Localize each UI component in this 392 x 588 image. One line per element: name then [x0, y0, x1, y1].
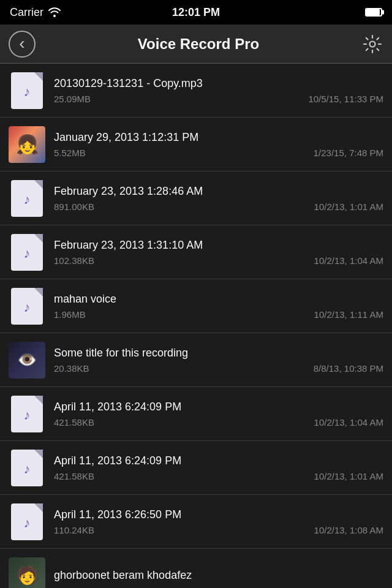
- item-date: 10/5/15, 11:33 PM: [308, 94, 383, 104]
- file-icon: ♪: [11, 450, 43, 486]
- item-size: 5.52MB: [54, 148, 86, 158]
- item-icon-wrapper: ♪: [9, 72, 45, 109]
- recordings-list: ♪ 20130129-131231 - Copy.mp3 25.09MB 10/…: [0, 64, 392, 588]
- item-title: February 23, 2013 1:28:46 AM: [54, 184, 383, 198]
- item-size: 102.38KB: [54, 255, 94, 266]
- music-note-icon: ♪: [24, 461, 31, 477]
- file-icon: ♪: [11, 72, 43, 109]
- item-icon-wrapper: ♪: [9, 450, 45, 486]
- item-date: 10/2/13, 1:01 AM: [314, 202, 383, 212]
- list-item[interactable]: ♪ February 23, 2013 1:28:46 AM 891.00KB …: [0, 172, 392, 225]
- item-date: 1/23/15, 7:48 PM: [314, 148, 383, 158]
- item-title: mahan voice: [54, 292, 383, 306]
- file-icon: ♪: [11, 234, 43, 271]
- item-title: January 29, 2013 1:12:31 PM: [54, 130, 383, 145]
- list-item[interactable]: ghorboonet beram khodafez: [0, 549, 392, 588]
- music-note-icon: ♪: [24, 515, 31, 531]
- item-icon-wrapper: ♪: [9, 396, 45, 432]
- item-meta: 20.38KB 8/8/13, 10:38 PM: [54, 363, 383, 374]
- file-icon: ♪: [11, 288, 43, 325]
- item-size: 891.00KB: [54, 202, 94, 212]
- item-size: 25.09MB: [54, 94, 91, 104]
- list-item[interactable]: ♪ February 23, 2013 1:31:10 AM 102.38KB …: [0, 225, 392, 279]
- item-icon-wrapper: ♪: [9, 288, 45, 325]
- item-size: 110.24KB: [54, 525, 94, 535]
- music-note-icon: ♪: [24, 300, 31, 315]
- status-bar: Carrier 12:01 PM: [0, 0, 392, 24]
- music-note-icon: ♪: [24, 407, 31, 423]
- item-date: 10/2/13, 1:08 AM: [314, 525, 383, 535]
- item-meta: 891.00KB 10/2/13, 1:01 AM: [54, 202, 383, 212]
- item-meta: 110.24KB 10/2/13, 1:08 AM: [54, 525, 383, 535]
- item-date: 10/2/13, 1:01 AM: [314, 471, 383, 481]
- item-size: 1.96MB: [54, 309, 86, 320]
- wifi-icon: [48, 7, 61, 17]
- item-date: 8/8/13, 10:38 PM: [314, 363, 383, 374]
- svg-point-0: [370, 41, 375, 47]
- item-meta: 421.58KB 10/2/13, 1:01 AM: [54, 471, 383, 481]
- list-item[interactable]: ♪ mahan voice 1.96MB 10/2/13, 1:11 AM: [0, 279, 392, 333]
- item-date: 10/2/13, 1:04 AM: [314, 417, 383, 428]
- photo-thumbnail: [9, 557, 45, 589]
- list-item[interactable]: ♪ 20130129-131231 - Copy.mp3 25.09MB 10/…: [0, 64, 392, 118]
- page-title: Voice Record Pro: [138, 36, 259, 53]
- item-content: February 23, 2013 1:28:46 AM 891.00KB 10…: [54, 184, 383, 211]
- item-icon-wrapper: ♪: [9, 180, 45, 217]
- photo-thumbnail: [9, 126, 45, 163]
- file-icon: ♪: [11, 396, 43, 432]
- item-icon-wrapper: [9, 126, 45, 163]
- item-size: 20.38KB: [54, 363, 89, 374]
- item-date: 10/2/13, 1:11 AM: [314, 309, 383, 320]
- item-content: Some title for this recording 20.38KB 8/…: [54, 346, 383, 373]
- status-battery-area: [365, 8, 382, 17]
- music-note-icon: ♪: [24, 84, 31, 100]
- battery-fill: [366, 9, 380, 15]
- music-note-icon: ♪: [24, 246, 31, 262]
- item-date: 10/2/13, 1:04 AM: [314, 255, 383, 266]
- photo-thumbnail: [9, 342, 45, 379]
- item-title: April 11, 2013 6:26:50 PM: [54, 508, 383, 522]
- item-title: April 11, 2013 6:24:09 PM: [54, 400, 383, 414]
- list-item[interactable]: ♪ April 11, 2013 6:24:09 PM 421.58KB 10/…: [0, 441, 392, 495]
- status-time: 12:01 PM: [172, 6, 220, 19]
- item-meta: 5.52MB 1/23/15, 7:48 PM: [54, 148, 383, 158]
- item-meta: 1.96MB 10/2/13, 1:11 AM: [54, 309, 383, 320]
- item-title: ghorboonet beram khodafez: [54, 568, 383, 582]
- list-item[interactable]: Some title for this recording 20.38KB 8/…: [0, 333, 392, 387]
- item-content: ghorboonet beram khodafez: [54, 568, 383, 582]
- music-note-icon: ♪: [24, 192, 31, 208]
- list-item[interactable]: ♪ April 11, 2013 6:26:50 PM 110.24KB 10/…: [0, 495, 392, 549]
- item-title: April 11, 2013 6:24:09 PM: [54, 454, 383, 468]
- status-carrier-wifi: Carrier: [10, 6, 61, 19]
- item-title: Some title for this recording: [54, 346, 383, 360]
- item-meta: 25.09MB 10/5/15, 11:33 PM: [54, 94, 383, 104]
- list-item[interactable]: ♪ April 11, 2013 6:24:09 PM 421.58KB 10/…: [0, 387, 392, 441]
- item-content: April 11, 2013 6:26:50 PM 110.24KB 10/2/…: [54, 508, 383, 535]
- item-icon-wrapper: [9, 342, 45, 379]
- item-icon-wrapper: ♪: [9, 234, 45, 271]
- item-icon-wrapper: [9, 557, 45, 589]
- battery-icon: [365, 8, 382, 17]
- nav-bar: Voice Record Pro: [0, 24, 392, 64]
- item-meta: 421.58KB 10/2/13, 1:04 AM: [54, 417, 383, 428]
- item-content: 20130129-131231 - Copy.mp3 25.09MB 10/5/…: [54, 77, 383, 104]
- item-size: 421.58KB: [54, 417, 94, 428]
- item-icon-wrapper: ♪: [9, 503, 45, 540]
- carrier-label: Carrier: [10, 6, 43, 19]
- item-title: 20130129-131231 - Copy.mp3: [54, 77, 383, 91]
- item-content: April 11, 2013 6:24:09 PM 421.58KB 10/2/…: [54, 400, 383, 427]
- file-icon: ♪: [11, 180, 43, 217]
- item-title: February 23, 2013 1:31:10 AM: [54, 238, 383, 252]
- settings-button[interactable]: [361, 33, 383, 55]
- back-button[interactable]: [9, 31, 36, 58]
- item-size: 421.58KB: [54, 471, 94, 481]
- item-meta: 102.38KB 10/2/13, 1:04 AM: [54, 255, 383, 266]
- item-content: mahan voice 1.96MB 10/2/13, 1:11 AM: [54, 292, 383, 319]
- file-icon: ♪: [11, 503, 43, 540]
- item-content: April 11, 2013 6:24:09 PM 421.58KB 10/2/…: [54, 454, 383, 481]
- item-content: February 23, 2013 1:31:10 AM 102.38KB 10…: [54, 238, 383, 265]
- item-content: January 29, 2013 1:12:31 PM 5.52MB 1/23/…: [54, 130, 383, 157]
- list-item[interactable]: January 29, 2013 1:12:31 PM 5.52MB 1/23/…: [0, 118, 392, 172]
